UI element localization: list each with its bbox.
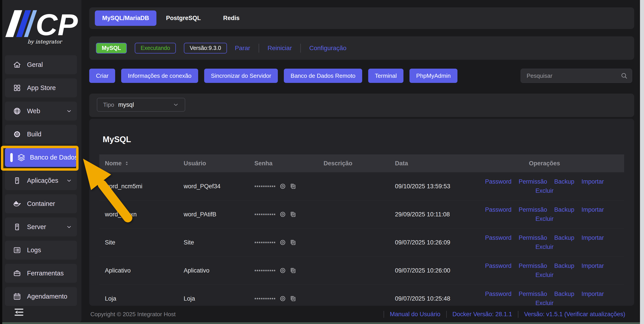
window-edge xyxy=(0,0,2,324)
password-link[interactable]: Password xyxy=(485,234,512,241)
stop-link[interactable]: Parar xyxy=(235,45,250,52)
restart-link[interactable]: Reiniciar xyxy=(268,45,292,52)
eye-icon[interactable] xyxy=(280,211,286,218)
password-link[interactable]: Password xyxy=(485,178,512,185)
logo-subtitle: by integrator xyxy=(16,39,74,45)
db-engine-tabs: MySQL/MariaDB PostgreSQL Redis xyxy=(89,7,634,29)
engine-badge: MySQL xyxy=(96,43,127,53)
docker-version-link[interactable]: Docker Versão: 28.1.1 xyxy=(446,311,518,318)
delete-link[interactable]: Excluir xyxy=(535,187,554,194)
search-icon[interactable] xyxy=(621,72,628,79)
sidebar-item-agendamento[interactable]: Agendamento xyxy=(5,287,77,306)
db-password-cell: ********** xyxy=(254,200,296,228)
type-select-label: Tipo xyxy=(103,101,114,108)
sidebar-item-aplicacoes[interactable]: Aplicações xyxy=(5,171,77,190)
sidebar-item-label: Banco de Dados xyxy=(30,154,78,161)
tab-postgresql[interactable]: PostgreSQL xyxy=(166,15,201,22)
remote-database-button[interactable]: Banco de Dados Remoto xyxy=(284,69,362,83)
sidebar-item-server[interactable]: Server xyxy=(5,217,77,236)
copy-icon[interactable] xyxy=(290,267,296,274)
configuration-link[interactable]: Configuração xyxy=(309,45,346,52)
copy-icon[interactable] xyxy=(290,239,296,246)
connection-info-button[interactable]: Informações de conexão xyxy=(121,69,198,83)
copy-icon[interactable] xyxy=(290,211,296,218)
table-row: Aplicativo Aplicativo ********** 09/07/2… xyxy=(99,257,624,285)
footer: Copyright © 2025 Integrator Host Manual … xyxy=(87,306,640,323)
permission-link[interactable]: Permissão xyxy=(518,206,547,213)
create-button[interactable]: Criar xyxy=(89,69,115,83)
tab-mysql-mariadb[interactable]: MySQL/MariaDB xyxy=(95,10,156,26)
column-header-nome[interactable]: Nome xyxy=(105,155,130,172)
eye-icon[interactable] xyxy=(280,267,286,274)
import-link[interactable]: Importar xyxy=(582,234,604,241)
import-link[interactable]: Importar xyxy=(582,263,604,269)
backup-link[interactable]: Backup xyxy=(554,178,574,185)
sidebar-item-banco-de-dados[interactable]: Banco de Dados xyxy=(5,148,77,167)
eye-icon[interactable] xyxy=(280,239,286,246)
delete-link[interactable]: Excluir xyxy=(535,272,554,279)
home-icon xyxy=(13,61,21,69)
eye-icon[interactable] xyxy=(280,295,286,302)
delete-link[interactable]: Excluir xyxy=(535,300,554,306)
import-link[interactable]: Importar xyxy=(582,178,604,185)
sidebar: CP by integrator Geral App Store Web xyxy=(2,0,82,323)
sidebar-item-label: Geral xyxy=(27,61,43,68)
type-select[interactable]: Tipo mysql xyxy=(97,98,185,112)
sidebar-item-label: Agendamento xyxy=(27,293,68,300)
window-scrollbar[interactable] xyxy=(640,0,644,324)
divider xyxy=(259,44,259,53)
password-link[interactable]: Password xyxy=(485,206,512,213)
sidebar-item-container[interactable]: Container xyxy=(5,194,77,213)
password-link[interactable]: Password xyxy=(485,263,512,269)
user-manual-link[interactable]: Manual do Usuário xyxy=(384,311,446,318)
permission-link[interactable]: Permissão xyxy=(518,291,547,298)
password-mask: ********** xyxy=(254,211,276,218)
svg-text:CP: CP xyxy=(36,9,78,38)
sync-from-server-button[interactable]: Sincronizar do Servidor xyxy=(204,69,278,83)
sidebar-item-web[interactable]: Web xyxy=(5,102,77,121)
row-operations: Password Permissão Backup Importar Exclu… xyxy=(471,172,618,200)
copy-icon[interactable] xyxy=(290,295,296,302)
backup-link[interactable]: Backup xyxy=(554,206,574,213)
delete-link[interactable]: Excluir xyxy=(535,215,554,222)
sidebar-item-geral[interactable]: Geral xyxy=(5,55,77,74)
footer-links: Manual do Usuário Docker Versão: 28.1.1 … xyxy=(384,311,631,318)
copy-icon[interactable] xyxy=(290,183,296,190)
app-version-link[interactable]: Versão: v1.5.1 (Verificar atualizações) xyxy=(518,311,631,318)
db-password-cell: ********** xyxy=(254,172,296,200)
sidebar-item-app-store[interactable]: App Store xyxy=(5,78,77,97)
sidebar-item-build[interactable]: Build xyxy=(5,125,77,144)
password-mask: ********** xyxy=(254,239,276,246)
terminal-button[interactable]: Terminal xyxy=(368,69,404,83)
password-mask: ********** xyxy=(254,295,276,302)
sidebar-item-logs[interactable]: Logs xyxy=(5,241,77,260)
import-link[interactable]: Importar xyxy=(582,206,604,213)
chevron-down-icon xyxy=(66,224,72,230)
tab-redis[interactable]: Redis xyxy=(223,15,240,22)
row-operations: Password Permissão Backup Importar Exclu… xyxy=(471,285,618,306)
db-date: 29/09/2025 10:11:08 xyxy=(395,200,450,228)
eye-icon[interactable] xyxy=(280,183,286,190)
backup-link[interactable]: Backup xyxy=(554,234,574,241)
backup-link[interactable]: Backup xyxy=(554,291,574,298)
db-date: 09/10/2025 13:59:53 xyxy=(395,172,450,200)
sidebar-item-ferramentas[interactable]: Ferramentas xyxy=(5,264,77,283)
db-password-cell: ********** xyxy=(254,228,296,257)
search-input[interactable] xyxy=(526,72,621,80)
password-link[interactable]: Password xyxy=(485,291,512,298)
password-mask: ********** xyxy=(254,182,276,190)
permission-link[interactable]: Permissão xyxy=(518,234,547,241)
collapse-sidebar-icon[interactable] xyxy=(14,307,24,317)
permission-link[interactable]: Permissão xyxy=(518,178,547,185)
sort-icon[interactable] xyxy=(124,161,130,166)
sidebar-item-label: Aplicações xyxy=(27,177,58,184)
sidebar-item-label: Server xyxy=(27,223,46,231)
permission-link[interactable]: Permissão xyxy=(518,263,547,269)
backup-link[interactable]: Backup xyxy=(554,263,574,269)
delete-link[interactable]: Excluir xyxy=(535,244,554,250)
phpmyadmin-button[interactable]: PhpMyAdmin xyxy=(410,69,458,83)
import-link[interactable]: Importar xyxy=(582,291,604,298)
db-name: Loja xyxy=(105,285,116,306)
app-window: CP by integrator Geral App Store Web xyxy=(0,0,644,324)
icp-logo: CP xyxy=(5,9,79,38)
